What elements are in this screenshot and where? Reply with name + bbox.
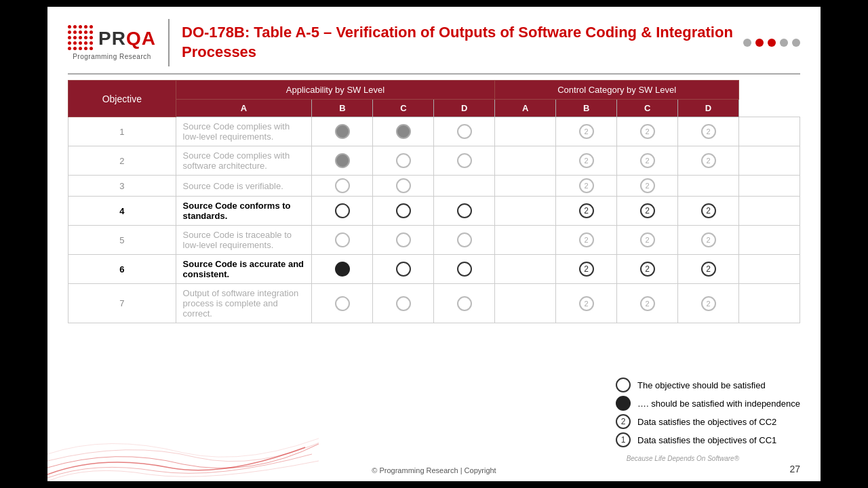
app-cell bbox=[434, 255, 495, 284]
app-cell bbox=[312, 146, 373, 176]
legend: The objective should be satisfied …. sho… bbox=[614, 378, 800, 451]
app-cell bbox=[373, 226, 434, 255]
header-divider bbox=[168, 19, 170, 66]
nav-dot-5[interactable] bbox=[792, 39, 800, 47]
ctrl-cell: 2 bbox=[617, 176, 678, 197]
app-cell bbox=[434, 117, 495, 146]
row-objective: Source Code complies with software archi… bbox=[176, 146, 312, 176]
row-objective: Source Code is verifiable. bbox=[176, 176, 312, 197]
ctrl-cell bbox=[739, 197, 800, 226]
nav-dot-4[interactable] bbox=[780, 39, 788, 47]
row-objective: Source Code is traceable to low-level re… bbox=[176, 226, 312, 255]
col-header-applicability: Applicability by SW Level bbox=[176, 81, 495, 100]
app-cell bbox=[495, 197, 556, 226]
ctrl-cell bbox=[739, 176, 800, 197]
row-objective: Source Code complies with low-level requ… bbox=[176, 117, 312, 146]
table-row: 4Source Code conforms to standards.222 bbox=[68, 197, 800, 226]
app-cell bbox=[495, 117, 556, 146]
nav-dot-1[interactable] bbox=[743, 39, 751, 47]
row-number: 2 bbox=[68, 146, 176, 176]
app-cell bbox=[373, 255, 434, 284]
legend-open-text: The objective should be satisfied bbox=[637, 380, 766, 390]
row-objective: Output of software integration process i… bbox=[176, 284, 312, 323]
ctrl-cell: 2 bbox=[556, 255, 617, 284]
app-cell bbox=[495, 146, 556, 176]
page-number: 27 bbox=[789, 464, 800, 474]
ctrl-cell: 2 bbox=[556, 176, 617, 197]
table-row: 6Source Code is accurate and consistent.… bbox=[68, 255, 800, 284]
app-cell bbox=[434, 284, 495, 323]
copyright-text: © Programming Research | Copyright bbox=[372, 466, 496, 474]
col-header-objective: Objective bbox=[68, 81, 176, 117]
legend-cc2-text: Data satisfies the objectives of CC2 bbox=[637, 417, 776, 427]
legend-cc1-text: Data satisfies the objectives of CC1 bbox=[637, 435, 776, 445]
legend-row-cc1: 1 Data satisfies the objectives of CC1 bbox=[614, 432, 800, 447]
app-cell bbox=[373, 197, 434, 226]
app-cell bbox=[312, 255, 373, 284]
ctrl-cell: 2 bbox=[556, 117, 617, 146]
watermark: Because Life Depends On Software® bbox=[627, 455, 739, 462]
ctrl-level-c: C bbox=[617, 100, 678, 117]
row-number: 1 bbox=[68, 117, 176, 146]
slide-header: PRQA Programming Research DO-178B: Table… bbox=[68, 19, 800, 75]
ctrl-cell: 2 bbox=[678, 146, 739, 176]
ctrl-cell bbox=[739, 146, 800, 176]
nav-dots bbox=[743, 39, 800, 47]
app-cell bbox=[434, 197, 495, 226]
app-cell bbox=[373, 146, 434, 176]
app-cell bbox=[434, 146, 495, 176]
table-row: 1Source Code complies with low-level req… bbox=[68, 117, 800, 146]
ctrl-cell bbox=[739, 117, 800, 146]
ctrl-cell: 2 bbox=[617, 146, 678, 176]
slide-title: DO-178B: Table A-5 – Verification of Out… bbox=[182, 23, 743, 62]
legend-open-icon bbox=[614, 378, 632, 392]
app-cell bbox=[495, 226, 556, 255]
table-row: 3Source Code is verifiable.22 bbox=[68, 176, 800, 197]
footer: © Programming Research | Copyright bbox=[47, 466, 821, 474]
ctrl-cell bbox=[739, 284, 800, 323]
app-cell bbox=[312, 197, 373, 226]
app-cell bbox=[312, 226, 373, 255]
ctrl-cell: 2 bbox=[617, 284, 678, 323]
ctrl-cell bbox=[678, 176, 739, 197]
ctrl-cell: 2 bbox=[678, 226, 739, 255]
col-header-control: Control Category by SW Level bbox=[495, 81, 739, 100]
ctrl-cell: 2 bbox=[617, 197, 678, 226]
app-cell bbox=[434, 226, 495, 255]
app-level-a: A bbox=[176, 100, 312, 117]
legend-filled-text: …. should be satisfied with independence bbox=[637, 399, 800, 409]
table-row: 2Source Code complies with software arch… bbox=[68, 146, 800, 176]
app-cell bbox=[434, 176, 495, 197]
app-level-d: D bbox=[434, 100, 495, 117]
ctrl-cell: 2 bbox=[617, 226, 678, 255]
ctrl-cell: 2 bbox=[556, 197, 617, 226]
ctrl-cell: 2 bbox=[617, 117, 678, 146]
ctrl-cell bbox=[739, 226, 800, 255]
ctrl-level-d: D bbox=[678, 100, 739, 117]
ctrl-cell bbox=[739, 255, 800, 284]
logo-dot-grid bbox=[68, 25, 94, 52]
legend-cc2-icon: 2 bbox=[614, 414, 632, 429]
app-cell bbox=[495, 255, 556, 284]
ctrl-level-a: A bbox=[495, 100, 556, 117]
nav-dot-3[interactable] bbox=[768, 39, 776, 47]
table-row: 5Source Code is traceable to low-level r… bbox=[68, 226, 800, 255]
app-cell bbox=[312, 284, 373, 323]
logo-subtitle: Programming Research bbox=[73, 53, 151, 60]
row-number: 4 bbox=[68, 197, 176, 226]
legend-row-filled: …. should be satisfied with independence bbox=[614, 396, 800, 411]
row-objective: Source Code conforms to standards. bbox=[176, 197, 312, 226]
ctrl-cell: 2 bbox=[556, 146, 617, 176]
legend-filled-icon bbox=[614, 396, 632, 411]
row-number: 7 bbox=[68, 284, 176, 323]
ctrl-cell: 2 bbox=[678, 255, 739, 284]
app-cell bbox=[373, 176, 434, 197]
ctrl-cell: 2 bbox=[678, 197, 739, 226]
legend-row-cc2: 2 Data satisfies the objectives of CC2 bbox=[614, 414, 800, 429]
app-cell bbox=[373, 284, 434, 323]
legend-row-open: The objective should be satisfied bbox=[614, 378, 800, 392]
nav-dot-2[interactable] bbox=[755, 39, 764, 47]
row-number: 5 bbox=[68, 226, 176, 255]
app-cell bbox=[312, 117, 373, 146]
ctrl-cell: 2 bbox=[678, 117, 739, 146]
